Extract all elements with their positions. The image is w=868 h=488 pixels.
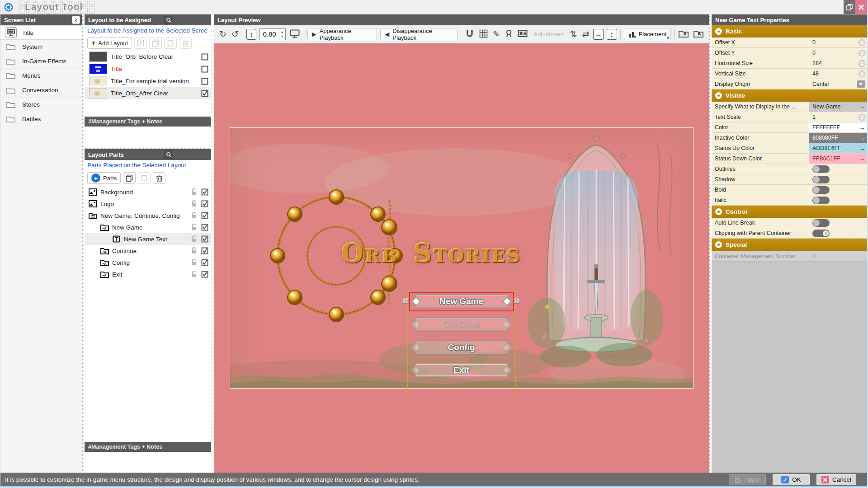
visible-checkbox-checked[interactable]: [201, 188, 208, 196]
inactive-color-field[interactable]: 808080FF→: [809, 133, 867, 143]
ok-button[interactable]: ✓ OK: [773, 474, 810, 485]
tree-item-background[interactable]: Background: [85, 186, 211, 198]
visible-checkbox-checked[interactable]: [201, 259, 208, 266]
screen-item-title[interactable]: Title: [0, 25, 82, 40]
layout-item-orb-after-clear[interactable]: Title_Orb_After Clear: [85, 87, 211, 99]
monitor-preview-icon[interactable]: [289, 29, 301, 39]
arrow-right-icon[interactable]: →: [859, 135, 865, 141]
pencil-icon[interactable]: ✎: [492, 30, 501, 38]
status-down-color-field[interactable]: FFB6C1FF→: [809, 154, 867, 164]
add-sub-layout-button[interactable]: [134, 37, 147, 49]
paste-layout-button[interactable]: [164, 37, 177, 49]
layout-item-sample-trial[interactable]: Title_For sample trial version: [85, 75, 211, 87]
game-menu-config[interactable]: Config: [415, 341, 508, 354]
cancel-button[interactable]: Cancel: [816, 474, 856, 485]
screen-item-conversation[interactable]: Conversation: [0, 83, 82, 98]
text-scale-field[interactable]: 1: [809, 112, 867, 122]
tree-item-logo[interactable]: Logo: [85, 198, 211, 210]
visible-checkbox-checked[interactable]: [201, 247, 208, 254]
swap-horizontal-icon[interactable]: ⇄: [581, 30, 590, 38]
unlock-icon[interactable]: [191, 200, 198, 208]
layout-checkbox-unchecked[interactable]: [201, 78, 208, 85]
layout-checkbox-unchecked[interactable]: [201, 66, 208, 73]
unlock-icon[interactable]: [191, 270, 198, 279]
close-window-button[interactable]: [855, 0, 867, 14]
tags-notes-area[interactable]: [85, 127, 211, 146]
add-parts-button[interactable]: + Parts: [87, 172, 121, 184]
layout-parts-link[interactable]: Parts Placed on the Selected Layout: [85, 160, 211, 170]
layout-assign-link[interactable]: Layout to be Assigned to the Selected Sc…: [85, 25, 211, 35]
shadow-toggle[interactable]: [812, 176, 830, 183]
layout-checkbox-checked[interactable]: [201, 90, 208, 97]
section-visible[interactable]: Visible: [712, 89, 867, 102]
placement-button[interactable]: Placement: [624, 28, 671, 40]
screen-item-menus[interactable]: Menus: [0, 69, 82, 83]
stretch-vertical-icon[interactable]: ↕: [607, 29, 617, 40]
preview-canvas[interactable]: Orb Stories « » New Game Continue: [214, 43, 709, 473]
zoom-value[interactable]: 0.80: [260, 30, 278, 38]
spinner-icon[interactable]: [859, 114, 865, 121]
status-up-color-field[interactable]: ADD8E6FF→: [809, 143, 867, 153]
zoom-spinner[interactable]: 0.80 ▲▼: [259, 28, 285, 40]
visible-checkbox-checked[interactable]: [201, 200, 208, 207]
section-basic[interactable]: Basic: [712, 25, 867, 38]
layout-frame-icon[interactable]: [517, 29, 528, 39]
ribbon-badge-icon[interactable]: [504, 29, 514, 39]
add-layout-button[interactable]: + Add Layout: [87, 37, 132, 49]
visible-checkbox-checked[interactable]: [201, 235, 208, 243]
spinner-icon[interactable]: [859, 60, 865, 67]
offset-x-field[interactable]: 0: [809, 38, 867, 47]
redo-icon[interactable]: ↻: [218, 30, 227, 38]
screen-item-stores[interactable]: Stores: [0, 98, 82, 112]
import-folder-icon[interactable]: [678, 29, 689, 39]
visible-checkbox-checked[interactable]: [201, 212, 208, 219]
sort-vertical-icon[interactable]: ⇅: [569, 30, 578, 38]
section-control[interactable]: Control: [712, 206, 867, 218]
color-field[interactable]: FFFFFFFF→: [809, 122, 867, 132]
paste-part-button[interactable]: [138, 172, 151, 184]
spinner-icon[interactable]: [859, 70, 865, 77]
copy-layout-button[interactable]: [149, 37, 162, 49]
tree-item-exit[interactable]: A Exit: [85, 268, 211, 280]
unlock-icon[interactable]: [191, 188, 198, 197]
screen-item-system[interactable]: System: [0, 40, 82, 54]
tree-item-continue[interactable]: A Continue: [85, 245, 211, 257]
unlock-icon[interactable]: [191, 223, 198, 232]
screen-item-battles[interactable]: Battles: [0, 112, 82, 127]
appearance-playback-button[interactable]: ▶ Appearance Playback: [307, 28, 377, 40]
tree-item-config[interactable]: A Config: [85, 257, 211, 268]
game-menu-exit[interactable]: Exit: [415, 363, 508, 377]
stretch-horizontal-icon[interactable]: ↔: [593, 29, 604, 40]
visible-checkbox-checked[interactable]: [201, 271, 208, 278]
vertical-size-field[interactable]: 48: [809, 69, 867, 79]
tree-item-menu-group[interactable]: New Game, Continue, Config: [85, 210, 211, 221]
game-menu-continue[interactable]: Continue: [415, 318, 508, 331]
undo-icon[interactable]: ↺: [231, 30, 240, 38]
section-special[interactable]: Special: [712, 239, 867, 251]
bold-toggle[interactable]: [812, 186, 830, 194]
dropdown-icon[interactable]: [857, 80, 865, 88]
auto-line-break-toggle[interactable]: [812, 219, 830, 227]
copy-part-button[interactable]: [123, 172, 136, 184]
restore-window-button[interactable]: [844, 0, 855, 14]
delete-layout-button[interactable]: [179, 37, 192, 49]
apply-button[interactable]: Apply: [729, 474, 766, 485]
disappearance-playback-button[interactable]: ◀ Disappearance Playback: [380, 28, 458, 40]
outlines-toggle[interactable]: [812, 165, 830, 173]
layout-checkbox-unchecked[interactable]: [201, 53, 208, 61]
layout-item-orb-before-clear[interactable]: Title_Orb_Before Clear: [85, 51, 211, 63]
visible-checkbox-checked[interactable]: [201, 224, 208, 231]
magnet-snap-icon[interactable]: [464, 29, 475, 39]
offset-y-field[interactable]: 0: [809, 48, 867, 58]
tree-item-new-game[interactable]: A New Game: [85, 221, 211, 233]
display-string-field[interactable]: New Game→: [809, 102, 867, 112]
collapse-panel-button[interactable]: ‹: [72, 16, 80, 24]
search-icon[interactable]: [164, 150, 173, 159]
grid-icon[interactable]: [478, 29, 489, 39]
export-folder-icon[interactable]: [693, 29, 704, 39]
unlock-icon[interactable]: [191, 247, 198, 255]
arrow-right-icon[interactable]: →: [859, 145, 865, 151]
horizontal-size-field[interactable]: 284: [809, 58, 867, 68]
delete-part-button[interactable]: [153, 172, 165, 184]
arrow-right-icon[interactable]: →: [859, 103, 865, 110]
